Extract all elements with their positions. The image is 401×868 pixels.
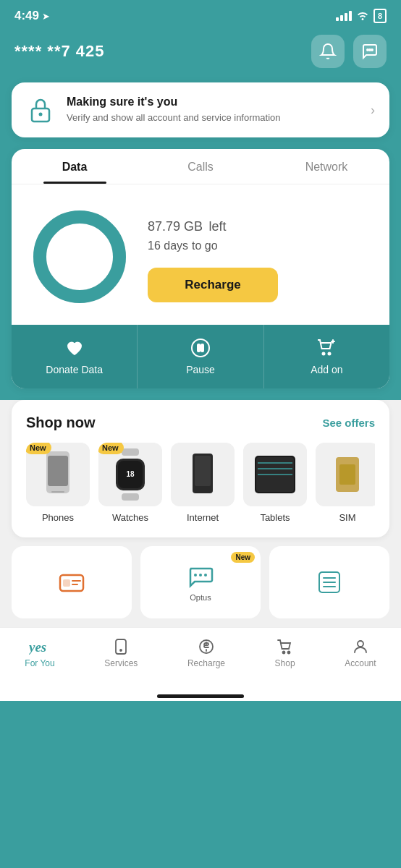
donate-data-button[interactable]: Donate Data (12, 325, 138, 388)
shop-item-tablets[interactable]: Tablets (243, 443, 307, 523)
svg-text:18: 18 (126, 470, 135, 478)
header-actions (311, 35, 387, 68)
addon-button[interactable]: Add on (264, 325, 389, 388)
status-bar: 4:49 ➤ 8 (0, 0, 401, 29)
internet-image (171, 443, 235, 506)
svg-point-51 (358, 641, 363, 647)
main-card: Data Calls Network 87.79 GB left 16 days… (12, 149, 389, 388)
shop-item-phones[interactable]: New Phones (26, 443, 90, 523)
svg-point-40 (204, 574, 207, 576)
nav-services[interactable]: Services (93, 635, 149, 671)
home-bar (157, 694, 244, 698)
svg-point-50 (287, 652, 290, 654)
lower-section: Shop now See offers New Phones (0, 400, 401, 701)
svg-rect-35 (63, 579, 70, 587)
chat-icon (361, 43, 379, 60)
svg-point-2 (371, 49, 373, 51)
svg-point-10 (323, 353, 325, 355)
data-donut-chart (29, 206, 130, 307)
data-days: 16 days to go (148, 238, 372, 253)
notification-button[interactable] (311, 35, 345, 68)
svg-point-4 (39, 113, 43, 116)
shop-item-internet[interactable]: Internet (171, 443, 235, 523)
bell-icon (319, 43, 337, 60)
verify-card[interactable]: Making sure it's you Verify and show all… (12, 82, 389, 137)
svg-point-49 (282, 652, 284, 654)
recharge-button[interactable]: Recharge (148, 268, 278, 302)
watches-new-badge: New (98, 443, 124, 454)
shop-card: Shop now See offers New Phones (12, 400, 389, 537)
see-offers-link[interactable]: See offers (322, 417, 375, 429)
cart-plus-icon (316, 338, 337, 358)
bottom-cards: New Optus (12, 546, 389, 618)
phones-label: Phones (42, 512, 74, 523)
addon-label: Add on (311, 364, 342, 375)
dollar-nav-icon (198, 638, 215, 655)
action-row: Donate Data Pause Add on (12, 325, 389, 388)
status-icons: 8 (336, 9, 387, 23)
svg-rect-24 (195, 456, 211, 486)
list-card[interactable] (269, 546, 389, 618)
data-info: 87.79 GB left 16 days to go Recharge (148, 211, 372, 302)
chat-card[interactable]: New Optus (140, 546, 261, 618)
verify-description: Verify and show all account and service … (67, 111, 359, 124)
pause-button[interactable]: Pause (138, 325, 263, 388)
nav-shop-label: Shop (275, 658, 295, 668)
svg-point-6 (40, 217, 119, 297)
wifi-icon (356, 10, 369, 22)
svg-rect-14 (48, 456, 68, 486)
svg-point-0 (367, 49, 368, 51)
message-button[interactable] (353, 35, 387, 68)
pause-label: Pause (186, 364, 215, 375)
person-nav-icon (352, 638, 369, 655)
sim-img (316, 443, 375, 506)
data-content: 87.79 GB left 16 days to go Recharge (12, 184, 389, 325)
shop-item-watches[interactable]: New 18 Watches (98, 443, 162, 523)
watches-image: New 18 (98, 443, 162, 506)
tablets-image (243, 443, 307, 506)
svg-point-1 (369, 49, 371, 51)
nav-shop[interactable]: Shop (263, 635, 307, 671)
shop-items: New Phones New (26, 443, 375, 523)
list-icon (316, 569, 342, 595)
nav-recharge-label: Recharge (187, 658, 225, 668)
sim-label: SIM (339, 512, 355, 523)
heart-icon (64, 338, 85, 358)
data-amount: 87.79 GB left (148, 211, 372, 235)
tab-network[interactable]: Network (263, 149, 389, 184)
sim-image (316, 443, 375, 506)
chat-label: Optus (190, 593, 211, 602)
shop-header: Shop now See offers (26, 414, 375, 431)
phone-nav-icon (112, 638, 130, 655)
svg-text:yes: yes (29, 639, 46, 655)
chat-bubble-icon (186, 563, 215, 592)
id-card[interactable] (12, 546, 132, 618)
id-icon (57, 568, 86, 597)
nav-for-you-label: For You (25, 658, 54, 668)
status-time: 4:49 (14, 9, 39, 23)
svg-point-39 (199, 574, 202, 576)
yes-logo-icon: yes (29, 638, 51, 655)
verify-title: Making sure it's you (67, 95, 359, 109)
location-icon: ➤ (42, 11, 50, 22)
nav-account[interactable]: Account (333, 635, 387, 671)
watches-label: Watches (112, 512, 148, 523)
svg-point-47 (120, 650, 122, 651)
svg-rect-8 (198, 344, 200, 352)
nav-services-label: Services (104, 658, 138, 668)
chat-new-badge: New (231, 552, 255, 563)
nav-recharge[interactable]: Recharge (176, 635, 237, 671)
shop-item-sim[interactable]: SIM (316, 443, 375, 523)
nav-for-you[interactable]: yes For You (13, 635, 66, 671)
tabs: Data Calls Network (12, 149, 389, 184)
tablets-img (243, 443, 307, 506)
lock-icon (26, 95, 55, 124)
tab-data[interactable]: Data (12, 149, 138, 184)
svg-rect-17 (122, 448, 139, 456)
signal-icon (336, 11, 352, 21)
donate-data-label: Donate Data (46, 364, 103, 375)
svg-point-11 (329, 353, 331, 355)
pause-icon (190, 338, 211, 358)
chevron-right-icon: › (371, 103, 375, 118)
tab-calls[interactable]: Calls (138, 149, 263, 184)
